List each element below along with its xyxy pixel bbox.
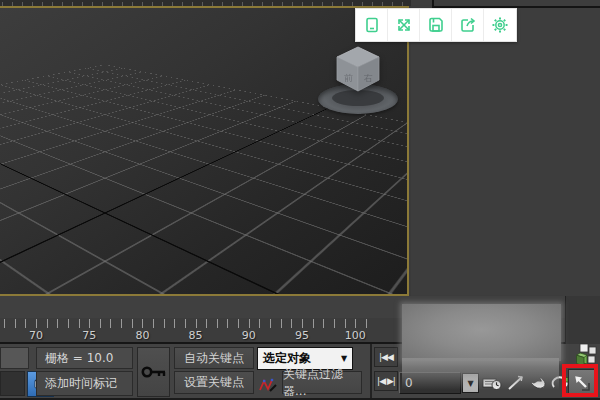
key-filters-label: 关键点过滤器... <box>283 366 361 400</box>
ruler-tick <box>206 319 207 328</box>
viewcube-cube[interactable]: 前 右 <box>336 46 380 92</box>
auto-key-button[interactable]: 自动关键点 <box>174 347 254 369</box>
frame-step-icons: |◀ ▶| <box>377 376 395 386</box>
ruler-tick <box>110 319 111 328</box>
ruler-tick <box>142 319 143 328</box>
go-to-start-button[interactable]: |◀◀ <box>374 347 398 367</box>
prompt-label: 添加时间标记 <box>45 375 117 392</box>
save-icon[interactable] <box>420 9 452 41</box>
capture-overlay-toolbar <box>355 8 517 42</box>
ruler-tick <box>47 319 48 328</box>
3dsmax-window: 前 右 <box>0 0 600 400</box>
set-key-label: 设置关键点 <box>184 374 244 391</box>
ruler-tick <box>291 319 292 328</box>
ruler-tick <box>323 319 324 328</box>
prompt-line: 添加时间标记 <box>36 371 133 396</box>
ruler-tick <box>334 319 335 328</box>
ruler-tick <box>366 319 367 328</box>
ruler-tick <box>238 319 239 328</box>
ruler-tick <box>302 319 303 328</box>
ruler-number: 90 <box>242 329 256 342</box>
ruler-tick <box>345 319 346 328</box>
ruler-tick <box>249 319 250 328</box>
selection-set-value: 选定对象 <box>258 350 336 367</box>
ruler-number: 100 <box>345 329 366 342</box>
ruler-tick <box>259 319 260 328</box>
ruler-tick <box>89 319 90 328</box>
ruler-tick <box>313 319 314 328</box>
ruler-right-spacer <box>565 296 600 344</box>
ruler-tick <box>100 319 101 328</box>
viewcube[interactable]: 前 右 <box>316 44 400 116</box>
grid-size-readout: 栅格 = 10.0 <box>36 347 133 369</box>
section-divider <box>370 344 372 398</box>
ruler-tick <box>57 319 58 328</box>
ruler-tick <box>68 319 69 328</box>
prev-next-frame-buttons[interactable]: |◀ ▶| <box>374 371 398 391</box>
ruler-tick <box>25 319 26 328</box>
key-filters-button[interactable]: 关键点过滤器... <box>282 371 362 394</box>
coordinate-field-stub <box>0 347 29 369</box>
ruler-tick <box>79 319 80 328</box>
ruler-tick <box>174 319 175 328</box>
blurred-region-fade <box>402 358 559 390</box>
ruler-tick <box>281 319 282 328</box>
ruler-tick <box>153 319 154 328</box>
ruler-number: 85 <box>189 329 203 342</box>
viewcube-side-label[interactable]: 右 <box>364 72 373 85</box>
ruler-tick <box>4 319 5 328</box>
ruler-number: 80 <box>135 329 149 342</box>
ruler-tick <box>355 319 356 328</box>
red-highlight-box <box>562 364 598 397</box>
ruler-tick <box>164 319 165 328</box>
ruler-number: 95 <box>295 329 309 342</box>
share-export-icon[interactable] <box>452 9 484 41</box>
ruler-tick <box>15 319 16 328</box>
prompt-line-stub <box>0 371 25 396</box>
grid-size-label: 栅格 = 10.0 <box>45 350 113 367</box>
set-key-button[interactable]: 设置关键点 <box>174 371 254 394</box>
right-panel-background <box>411 0 600 306</box>
ruler-number: 70 <box>29 329 43 342</box>
upper-panel-edge <box>432 0 600 8</box>
ruler-tick <box>121 319 122 328</box>
ruler-tick <box>185 319 186 328</box>
viewcube-front-label[interactable]: 前 <box>344 72 353 85</box>
auto-key-label: 自动关键点 <box>184 350 244 367</box>
ruler-tick <box>132 319 133 328</box>
perspective-viewport[interactable]: 前 右 <box>0 6 409 296</box>
pin-window-icon[interactable] <box>356 9 388 41</box>
default-tangent-button[interactable] <box>256 373 280 397</box>
ruler-tick <box>196 319 197 328</box>
blurred-region <box>402 304 561 361</box>
ruler-tick <box>217 319 218 328</box>
ruler-number: 75 <box>82 329 96 342</box>
chevron-down-icon[interactable]: ▼ <box>336 354 352 363</box>
expand-fullscreen-icon[interactable] <box>388 9 420 41</box>
settings-gear-icon[interactable] <box>484 9 516 41</box>
go-to-start-icon: |◀◀ <box>379 352 393 362</box>
set-keys-button[interactable] <box>137 347 170 397</box>
ruler-tick <box>36 319 37 328</box>
ruler-tick <box>227 319 228 328</box>
ruler-tick <box>270 319 271 328</box>
